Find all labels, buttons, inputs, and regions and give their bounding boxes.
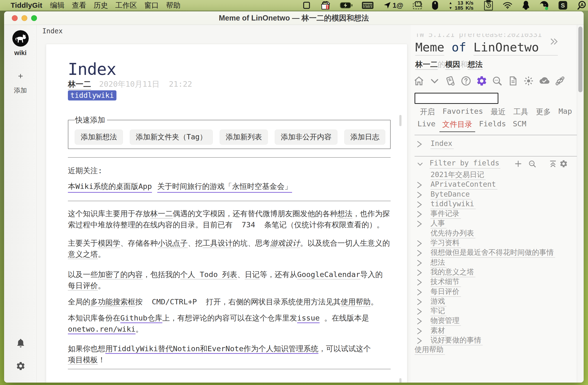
external-link[interactable]: 本Wiki系统的桌面版App: [68, 181, 152, 193]
chevron-right-icon[interactable]: [416, 181, 423, 190]
tiddler-author-link[interactable]: 林一二: [68, 80, 91, 90]
tree-item-label[interactable]: 2021年交易日记: [430, 171, 485, 180]
external-link[interactable]: Github仓库: [120, 313, 162, 323]
advanced-search-icon[interactable]: [491, 75, 503, 87]
chevron-right-icon[interactable]: [416, 201, 423, 209]
site-title-missing-link[interactable]: of: [452, 40, 466, 54]
menu-item-edit[interactable]: 编辑: [50, 0, 64, 10]
story-scrollbar-thumb-bottom[interactable]: [399, 378, 401, 383]
tree-item-label[interactable]: Index: [430, 139, 454, 149]
menu-item-history[interactable]: 历史: [93, 0, 108, 10]
chevron-right-icon[interactable]: [416, 210, 423, 219]
tree-item-label[interactable]: 事件记录: [430, 210, 461, 219]
breadcrumb[interactable]: Index: [42, 27, 63, 35]
double-chevron-right-icon[interactable]: [549, 38, 559, 47]
internal-link[interactable]: 加密了的内容: [98, 270, 143, 280]
sidebar-tab[interactable]: SCM: [510, 119, 529, 132]
menu-item-help[interactable]: 帮助: [166, 0, 180, 10]
plus-icon[interactable]: [514, 160, 523, 168]
add-workspace-label[interactable]: 添加: [4, 86, 37, 95]
tree-item-label[interactable]: ByteDance: [430, 190, 471, 200]
internal-link[interactable]: 多功能搜索框: [90, 297, 135, 307]
internal-link[interactable]: GoogleCalendar: [297, 270, 360, 280]
net-speed-indicator[interactable]: ▲ 13 K/s ▼ 185 K/s: [448, 0, 474, 10]
quick-add-button[interactable]: 添加非公开内容: [275, 129, 337, 145]
menu-item-workspace[interactable]: 工作区: [115, 0, 137, 10]
tree-item[interactable]: 每日评价: [411, 288, 577, 297]
sidebar-scrollbar-thumb[interactable]: [578, 27, 583, 92]
collapse-all-icon[interactable]: [549, 160, 557, 168]
tree-item[interactable]: 技术细节: [411, 278, 577, 287]
chevron-right-icon[interactable]: [416, 288, 423, 297]
internal-link[interactable]: 项目模板: [68, 355, 98, 365]
external-link[interactable]: 关于时间旅行的游戏「永恒时空基金会」: [157, 181, 292, 193]
tree-item-label[interactable]: 说好要做的事情: [430, 336, 483, 345]
toolbox-icon[interactable]: [320, 0, 331, 11]
wifi-icon[interactable]: [503, 0, 513, 11]
chevron-right-icon[interactable]: [416, 327, 423, 336]
sidebar-tab[interactable]: Map: [558, 107, 573, 120]
filter-by-fields-label[interactable]: Filter by fields: [430, 159, 500, 169]
qq-penguin-icon[interactable]: [522, 0, 530, 11]
cloud-check-icon[interactable]: [539, 75, 550, 87]
tree-item[interactable]: 优先待办列表: [411, 229, 577, 239]
chevron-right-icon[interactable]: [416, 220, 423, 229]
chevron-right-icon[interactable]: [416, 298, 423, 307]
theme-icon[interactable]: [523, 75, 534, 87]
chevron-right-icon[interactable]: [416, 317, 423, 326]
tree-item[interactable]: 很想做但是最近舍不得花时间做的事情: [411, 248, 577, 258]
tree-item-label[interactable]: 技术细节: [430, 278, 461, 287]
help-link[interactable]: 使用帮助: [415, 346, 445, 355]
tree-item-label[interactable]: 学习资料: [430, 239, 461, 248]
quick-add-button[interactable]: 添加新文件夹（Tag）: [130, 129, 213, 145]
tree-item-label[interactable]: 游戏: [430, 297, 446, 306]
tree-item[interactable]: 物资管理: [411, 317, 577, 326]
chevron-right-icon[interactable]: [416, 279, 423, 287]
story-scrollbar-thumb[interactable]: [399, 115, 401, 126]
internal-link[interactable]: 日记: [245, 270, 260, 280]
internal-link[interactable]: 游戏设计: [270, 239, 300, 248]
workspace-avatar[interactable]: [12, 30, 29, 47]
tree-item[interactable]: tiddlywiki: [411, 200, 577, 210]
external-link[interactable]: issue: [297, 313, 320, 323]
home-icon[interactable]: [413, 75, 425, 87]
zoom-button[interactable]: [31, 15, 37, 21]
git-sync-icon[interactable]: [554, 75, 566, 87]
sidebar-tab[interactable]: Fields: [476, 119, 509, 132]
tree-item[interactable]: 游戏: [411, 297, 577, 307]
site-title-link[interactable]: Meme: [415, 40, 444, 56]
internal-link[interactable]: 意义之塔: [68, 250, 98, 259]
screen-capture-icon[interactable]: [412, 0, 422, 11]
keyboard-icon[interactable]: [362, 0, 374, 11]
tree-item[interactable]: ByteDance: [411, 190, 577, 200]
tree-item[interactable]: 素材: [411, 326, 577, 336]
close-button[interactable]: [12, 15, 18, 21]
tree-item-label[interactable]: 我的意义之塔: [430, 268, 475, 277]
menu-app-name[interactable]: TiddlyGit: [11, 1, 42, 9]
subtitle-link[interactable]: 模因: [445, 60, 460, 70]
internal-link[interactable]: 工具设计: [203, 239, 233, 248]
tiddler-tag-pill[interactable]: tiddlywiki: [68, 90, 116, 101]
chevron-right-icon[interactable]: [416, 259, 423, 268]
site-title-link[interactable]: LinOnetwo: [474, 40, 558, 56]
menu-item-view[interactable]: 查看: [72, 0, 86, 10]
minimize-button[interactable]: [21, 15, 27, 21]
quick-add-button[interactable]: 添加新想法: [75, 129, 123, 145]
chevron-right-icon[interactable]: [416, 140, 423, 149]
tree-item-label[interactable]: 人事: [430, 219, 446, 228]
subtitle-link[interactable]: 林一二: [415, 60, 438, 70]
chevron-right-icon[interactable]: [416, 191, 423, 200]
snipaste-icon[interactable]: S: [558, 0, 568, 11]
tree-item-label[interactable]: tiddlywiki: [430, 200, 476, 209]
chevron-right-icon[interactable]: [416, 269, 423, 278]
sidebar-tab[interactable]: 最近: [490, 107, 506, 120]
tree-item-label[interactable]: 素材: [430, 326, 446, 336]
chevron-down-icon[interactable]: [429, 75, 441, 87]
tree-item-label[interactable]: 物资管理: [430, 317, 461, 326]
tree-item[interactable]: 学习资料: [411, 239, 577, 248]
gear-small-icon[interactable]: [559, 160, 568, 168]
sidebar-tab[interactable]: 开启: [419, 107, 436, 120]
tree-item[interactable]: 2021年交易日记: [411, 171, 577, 181]
location-arrow-icon[interactable]: 1@: [383, 0, 403, 11]
new-tiddler-icon[interactable]: [444, 75, 456, 87]
